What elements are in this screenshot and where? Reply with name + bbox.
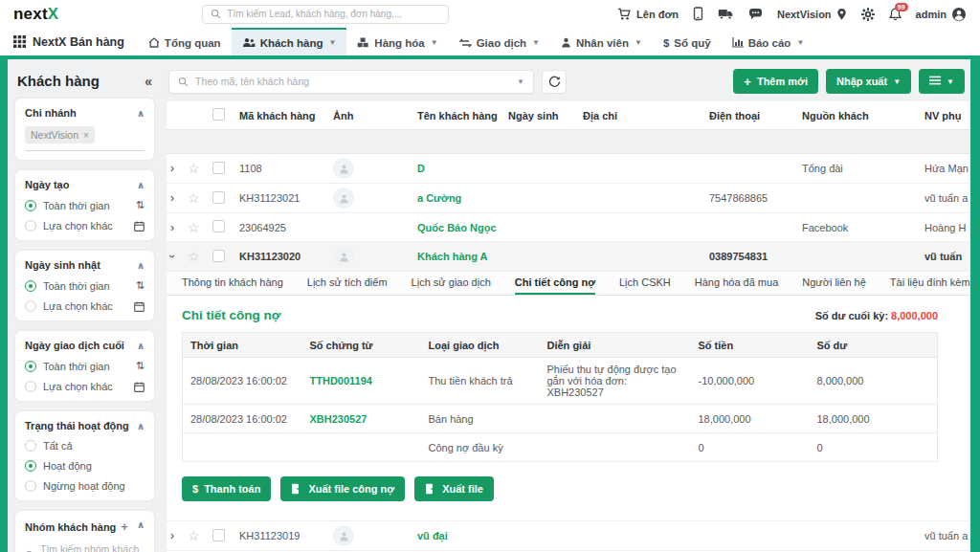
- table-row[interactable]: › ☆ KH31123021 a Cường 7547868865 vũ tuấ…: [167, 184, 970, 213]
- col-address[interactable]: Địa chỉ: [579, 101, 705, 130]
- collapse-caret-icon[interactable]: ∧: [137, 180, 145, 190]
- collapse-caret-icon[interactable]: ∧: [137, 519, 145, 534]
- nav-overview[interactable]: Tổng quan: [138, 28, 232, 55]
- nav-goods[interactable]: Hàng hóa ▼: [346, 28, 448, 55]
- last-tx-other-option[interactable]: Lựa chọn khác: [25, 381, 145, 392]
- global-search[interactable]: [202, 5, 449, 24]
- export-file-button[interactable]: Xuất file: [414, 476, 494, 501]
- tab-attachments[interactable]: Tài liệu đính kèm: [890, 272, 970, 295]
- expand-row-icon[interactable]: ›: [170, 191, 174, 205]
- radio-unselected[interactable]: [25, 220, 36, 232]
- radio-selected[interactable]: [25, 200, 36, 211]
- radio-selected[interactable]: [25, 280, 36, 292]
- add-group-icon[interactable]: +: [121, 519, 128, 534]
- customer-name-link[interactable]: Khách hàng A: [417, 251, 488, 262]
- calendar-icon[interactable]: [134, 221, 145, 232]
- row-checkbox[interactable]: [212, 162, 225, 174]
- radio-unselected[interactable]: [25, 381, 36, 392]
- notifications-bell-icon[interactable]: 99: [889, 8, 902, 21]
- user-menu[interactable]: admin: [916, 7, 967, 22]
- nav-staff[interactable]: Nhân viên ▼: [550, 28, 653, 55]
- nextx-logo[interactable]: nextX: [13, 5, 58, 24]
- favorite-star-icon[interactable]: ☆: [188, 220, 200, 235]
- radio-unselected[interactable]: [25, 480, 36, 492]
- created-other-option[interactable]: Lựa chọn khác: [25, 220, 145, 232]
- document-link[interactable]: TTHD001194: [310, 375, 372, 386]
- collapse-row-icon[interactable]: ›: [167, 254, 179, 258]
- global-search-input[interactable]: [227, 9, 440, 19]
- table-row[interactable]: › ☆ KH31123019 vũ đại vũ tuấn a: [167, 521, 970, 551]
- expand-row-icon[interactable]: ›: [170, 162, 174, 175]
- col-source[interactable]: Nguồn khách: [798, 101, 921, 130]
- customer-name-link[interactable]: vũ đại: [417, 530, 448, 541]
- add-new-button[interactable]: +Thêm mới: [733, 69, 818, 94]
- collapse-caret-icon[interactable]: ∧: [137, 260, 145, 271]
- tab-care-schedule[interactable]: Lịch CSKH: [619, 272, 671, 295]
- sort-icon[interactable]: ⇅: [136, 360, 145, 372]
- refresh-button[interactable]: [542, 70, 567, 94]
- customer-search-input[interactable]: [195, 76, 510, 87]
- chat-icon[interactable]: [748, 8, 763, 20]
- group-search[interactable]: Tìm kiếm nhóm khách hà: [25, 534, 145, 552]
- last-tx-all-option[interactable]: Toàn thời gian⇅: [25, 360, 145, 372]
- nav-customers[interactable]: Khách hàng ▼: [232, 28, 347, 55]
- branch-tag[interactable]: NextVision×: [25, 126, 95, 144]
- sidebar-collapse-icon[interactable]: «: [145, 74, 152, 89]
- remove-tag-icon[interactable]: ×: [83, 129, 89, 141]
- row-checkbox[interactable]: [212, 250, 225, 262]
- favorite-star-icon[interactable]: ☆: [188, 161, 200, 176]
- export-debt-file-button[interactable]: Xuất file công nợ: [280, 476, 405, 501]
- chevron-down-icon[interactable]: ▼: [517, 77, 524, 86]
- radio-selected[interactable]: [25, 361, 36, 372]
- row-checkbox[interactable]: [212, 220, 225, 232]
- col-name[interactable]: Tên khách hàng: [413, 101, 504, 130]
- favorite-star-icon[interactable]: ☆: [188, 190, 200, 206]
- list-options-button[interactable]: ▼: [919, 69, 965, 94]
- status-all-option[interactable]: Tất cả: [25, 440, 145, 452]
- favorite-star-icon[interactable]: ☆: [188, 528, 200, 543]
- document-link[interactable]: XBH230527: [310, 413, 368, 425]
- tab-debt-detail[interactable]: Chi tiết công nợ: [515, 272, 595, 295]
- pay-button[interactable]: $Thanh toán: [182, 476, 271, 501]
- tab-customer-info[interactable]: Thông tin khách hàng: [182, 272, 283, 295]
- row-checkbox[interactable]: [212, 529, 225, 541]
- org-selector[interactable]: NextVision: [777, 8, 847, 21]
- status-active-option[interactable]: Hoạt động: [25, 460, 145, 472]
- table-row[interactable]: › ☆ 23064925 Quốc Bảo Ngọc Facebook Hoàn…: [167, 213, 970, 242]
- col-code[interactable]: Mã khách hàng: [235, 101, 329, 130]
- customer-name-link[interactable]: a Cường: [417, 192, 461, 204]
- birthday-other-option[interactable]: Lựa chọn khác: [25, 300, 145, 312]
- app-switcher[interactable]: NextX Bán hàng: [10, 28, 138, 55]
- status-inactive-option[interactable]: Ngừng hoạt động: [25, 480, 145, 492]
- radio-unselected[interactable]: [25, 300, 36, 312]
- col-birthday[interactable]: Ngày sinh: [504, 101, 579, 130]
- collapse-caret-icon[interactable]: ∧: [137, 421, 145, 431]
- row-checkbox[interactable]: [212, 191, 225, 204]
- tab-points-history[interactable]: Lịch sử tích điểm: [307, 272, 388, 295]
- table-row-expanded[interactable]: › ☆ KH31123020 Khách hàng A 0389754831 v…: [167, 242, 970, 272]
- created-all-option[interactable]: Toàn thời gian⇅: [25, 199, 145, 211]
- calendar-icon[interactable]: [134, 301, 145, 312]
- collapse-caret-icon[interactable]: ∧: [137, 108, 145, 119]
- favorite-star-icon[interactable]: ☆: [188, 249, 200, 264]
- tab-purchased-goods[interactable]: Hàng hóa đã mua: [695, 272, 778, 295]
- mobile-icon[interactable]: [693, 7, 703, 21]
- col-phone[interactable]: Điện thoại: [705, 101, 798, 130]
- calendar-icon[interactable]: [134, 382, 145, 392]
- collapse-caret-icon[interactable]: ∧: [137, 341, 145, 351]
- table-row[interactable]: › ☆ 1108 D Tổng đài Hứa Mạn: [167, 154, 970, 184]
- create-order-button[interactable]: Lên đơn: [617, 8, 679, 21]
- nav-transactions[interactable]: Giao dịch ▼: [449, 28, 550, 55]
- import-export-button[interactable]: Nhập xuất▼: [826, 69, 911, 94]
- tab-contacts[interactable]: Người liên hệ: [802, 272, 866, 295]
- customer-search[interactable]: ▼: [168, 70, 534, 94]
- select-all-checkbox[interactable]: [212, 108, 225, 121]
- expand-row-icon[interactable]: ›: [170, 529, 174, 542]
- radio-selected[interactable]: [25, 460, 36, 472]
- nav-cashbook[interactable]: $ Sổ quỹ: [653, 28, 722, 55]
- sort-icon[interactable]: ⇅: [136, 199, 145, 211]
- col-photo[interactable]: Ảnh: [329, 101, 413, 130]
- customer-name-link[interactable]: D: [417, 163, 425, 174]
- radio-unselected[interactable]: [25, 440, 36, 452]
- birthday-all-option[interactable]: Toàn thời gian⇅: [25, 279, 145, 292]
